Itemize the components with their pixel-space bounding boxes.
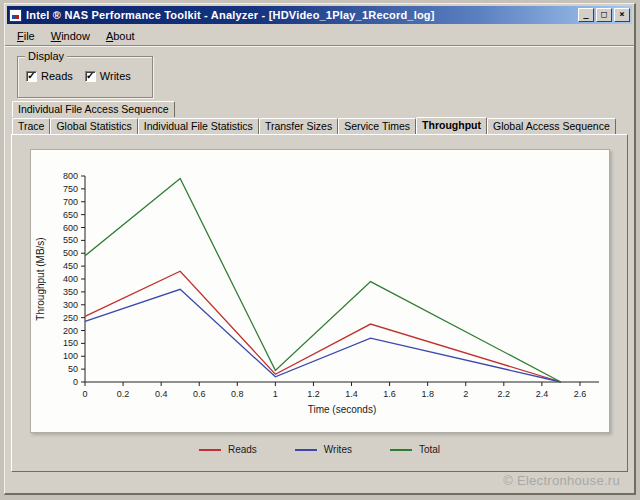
- display-group-label: Display: [25, 50, 67, 62]
- tab-global-statistics[interactable]: Global Statistics: [50, 118, 137, 134]
- svg-text:400: 400: [62, 274, 77, 284]
- svg-text:450: 450: [62, 261, 77, 271]
- svg-text:800: 800: [62, 171, 77, 181]
- svg-text:1.2: 1.2: [307, 389, 320, 399]
- svg-text:0.2: 0.2: [116, 389, 129, 399]
- tab-individual-file-access-sequence[interactable]: Individual File Access Sequence: [12, 101, 175, 117]
- title-bar: Intel ® NAS Performance Toolkit - Analyz…: [7, 6, 632, 24]
- svg-text:150: 150: [62, 338, 77, 348]
- legend-item-total: Total: [390, 444, 440, 455]
- svg-text:300: 300: [62, 300, 77, 310]
- minimize-button-icon[interactable]: _: [578, 8, 594, 22]
- tab-individual-file-statistics[interactable]: Individual File Statistics: [138, 118, 259, 134]
- svg-text:2: 2: [463, 389, 468, 399]
- legend-label-reads: Reads: [228, 444, 257, 455]
- svg-text:350: 350: [62, 287, 77, 297]
- svg-text:700: 700: [62, 197, 77, 207]
- svg-text:550: 550: [62, 235, 77, 245]
- app-window: Intel ® NAS Performance Toolkit - Analyz…: [4, 3, 636, 495]
- total-line-icon: [390, 449, 412, 451]
- check-icon: ✓: [27, 71, 35, 81]
- svg-text:600: 600: [62, 223, 77, 233]
- display-area: Display ✓ Reads ✓ Writes: [5, 46, 634, 100]
- reads-checkbox-box[interactable]: ✓: [26, 71, 37, 82]
- close-button-icon[interactable]: ×: [614, 8, 630, 22]
- check-icon: ✓: [86, 71, 94, 81]
- svg-text:1.4: 1.4: [345, 389, 358, 399]
- app-icon: [9, 9, 22, 22]
- svg-text:2.4: 2.4: [535, 389, 548, 399]
- svg-text:0.8: 0.8: [231, 389, 244, 399]
- svg-text:0: 0: [82, 389, 87, 399]
- menu-file[interactable]: File: [9, 28, 43, 44]
- reads-checkbox-label: Reads: [41, 70, 73, 82]
- menu-bar: File Window About: [5, 26, 634, 46]
- svg-text:2.6: 2.6: [573, 389, 586, 399]
- svg-text:100: 100: [62, 351, 77, 361]
- svg-text:1.8: 1.8: [421, 389, 434, 399]
- writes-checkbox-label: Writes: [100, 70, 131, 82]
- svg-text:0.6: 0.6: [192, 389, 205, 399]
- chart-legend: Reads Writes Total: [12, 444, 627, 455]
- reads-checkbox[interactable]: ✓ Reads: [26, 70, 73, 82]
- legend-label-writes: Writes: [324, 444, 352, 455]
- reads-line-icon: [199, 449, 221, 451]
- writes-checkbox-box[interactable]: ✓: [85, 71, 96, 82]
- watermark-text: © Electronhouse.ru: [503, 473, 620, 488]
- tab-throughput[interactable]: Throughput: [416, 117, 487, 134]
- throughput-tab-page: 0501001502002503003504004505005506006507…: [11, 134, 628, 472]
- svg-text:650: 650: [62, 210, 77, 220]
- throughput-chart-svg: 0501001502002503003504004505005506006507…: [31, 150, 609, 432]
- menu-about[interactable]: About: [98, 28, 143, 44]
- svg-text:200: 200: [62, 326, 77, 336]
- tab-trace[interactable]: Trace: [12, 118, 50, 134]
- writes-line-icon: [295, 449, 317, 451]
- svg-text:Throughput (MB/s): Throughput (MB/s): [35, 237, 46, 320]
- tab-service-times[interactable]: Service Times: [338, 118, 416, 134]
- legend-label-total: Total: [419, 444, 440, 455]
- svg-text:2.2: 2.2: [497, 389, 510, 399]
- svg-text:0: 0: [72, 377, 77, 387]
- svg-text:750: 750: [62, 184, 77, 194]
- tab-transfer-sizes[interactable]: Transfer Sizes: [259, 118, 338, 134]
- svg-text:250: 250: [62, 313, 77, 323]
- svg-text:1: 1: [272, 389, 277, 399]
- writes-checkbox[interactable]: ✓ Writes: [85, 70, 131, 82]
- legend-item-reads: Reads: [199, 444, 257, 455]
- maximize-button-icon[interactable]: □: [596, 8, 612, 22]
- tab-global-access-sequence[interactable]: Global Access Sequence: [487, 118, 616, 134]
- svg-text:0.4: 0.4: [154, 389, 167, 399]
- menu-window[interactable]: Window: [43, 28, 98, 44]
- tab-strip: Individual File Access Sequence Trace Gl…: [5, 100, 634, 134]
- display-groupbox: Display ✓ Reads ✓ Writes: [17, 56, 153, 98]
- svg-text:Time (seconds): Time (seconds): [307, 404, 376, 415]
- legend-item-writes: Writes: [295, 444, 352, 455]
- window-title: Intel ® NAS Performance Toolkit - Analyz…: [26, 9, 578, 21]
- svg-text:50: 50: [67, 364, 77, 374]
- chart-panel: 0501001502002503003504004505005506006507…: [30, 149, 610, 433]
- svg-text:1.6: 1.6: [383, 389, 396, 399]
- svg-text:500: 500: [62, 248, 77, 258]
